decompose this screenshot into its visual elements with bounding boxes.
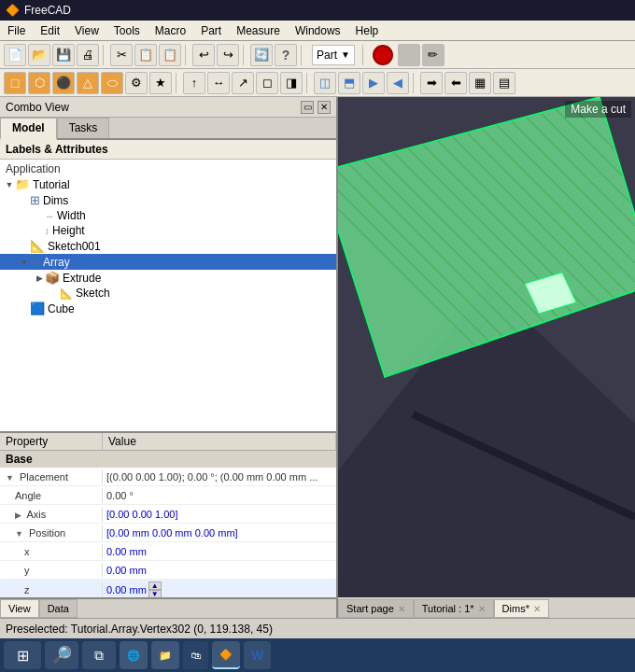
menu-part[interactable]: Part <box>193 22 229 39</box>
tree-item-width[interactable]: ↔ Width <box>0 208 336 223</box>
prop-row-x[interactable]: x 0.00 mm <box>0 542 336 561</box>
tab-tutorial[interactable]: Tutorial : 1* ✕ <box>414 599 494 618</box>
tb-new[interactable]: 📄 <box>4 44 26 66</box>
tab-model[interactable]: Model <box>0 118 57 140</box>
taskbar-browser[interactable]: 🌐 <box>120 641 148 669</box>
tree-item-tutorial[interactable]: ▼ 📁 Tutorial <box>0 176 336 192</box>
prop-row-placement[interactable]: ▼ Placement [(0.00 0.00 1.00); 0.00 °; (… <box>0 468 336 486</box>
tb-extrude[interactable]: ↑ <box>183 72 205 94</box>
tab-view[interactable]: View <box>0 599 39 618</box>
tb-sep-4 <box>301 45 304 65</box>
tutorial-close[interactable]: ✕ <box>478 604 486 614</box>
tab-data[interactable]: Data <box>39 599 78 618</box>
tb-undo[interactable]: ↩ <box>192 44 215 66</box>
start-page-close[interactable]: ✕ <box>398 604 405 614</box>
tb-boolean-union[interactable]: ◫ <box>314 72 336 94</box>
tb-boolean-cut[interactable]: ⬒ <box>338 72 360 94</box>
workbench-selector[interactable]: Part ▼ <box>312 45 355 65</box>
tree-item-array[interactable]: ▼ ⊞ Array <box>0 254 336 270</box>
tb-save[interactable]: 💾 <box>52 44 75 66</box>
tb-cut[interactable]: ✂ <box>110 44 133 66</box>
tab-start-page[interactable]: Start page ✕ <box>338 599 414 618</box>
array-icon: ⊞ <box>30 255 40 269</box>
stop-button[interactable] <box>373 45 393 65</box>
tb-wedge[interactable]: ★ <box>149 72 172 94</box>
taskbar-explorer[interactable]: 📁 <box>151 641 179 669</box>
taskbar-store[interactable]: 🛍 <box>183 641 208 669</box>
sketch001-arrow <box>19 241 30 252</box>
tb-boolean-intersect[interactable]: ▶ <box>362 72 385 94</box>
menu-windows[interactable]: Windows <box>288 22 348 39</box>
menu-view[interactable]: View <box>67 22 106 39</box>
tb-thickness[interactable]: ▤ <box>493 72 515 94</box>
tb-box[interactable]: □ <box>4 72 26 94</box>
z-spinner[interactable]: ▲ ▼ <box>148 581 162 597</box>
taskbar-task-view[interactable]: ⧉ <box>82 641 116 669</box>
sketch001-icon: 📐 <box>30 239 45 253</box>
tb-sep-6 <box>176 73 179 93</box>
prop-row-axis[interactable]: ▶ Axis [0.00 0.00 1.00] <box>0 505 336 524</box>
x-name: x <box>0 544 103 559</box>
tb-print[interactable]: 🖨 <box>77 44 99 66</box>
tb-refresh[interactable]: 🔄 <box>250 44 273 66</box>
tb-gray1[interactable] <box>398 44 420 66</box>
z-increment-btn[interactable]: ▲ <box>148 581 162 590</box>
menu-file[interactable]: File <box>0 22 33 39</box>
tutorial-arrow: ▼ <box>4 179 15 190</box>
array-arrow: ▼ <box>19 257 30 268</box>
tb-gray2[interactable]: ✏ <box>422 44 444 66</box>
prop-row-position[interactable]: ▼ Position [0.00 mm 0.00 mm 0.00 mm] <box>0 524 336 542</box>
tree-item-dims[interactable]: ⊞ Dims <box>0 192 336 208</box>
tb-cylinder[interactable]: ⬡ <box>28 72 50 94</box>
sketch-label: Sketch <box>76 287 110 300</box>
tb-sweep[interactable]: ➡ <box>420 72 443 94</box>
tb-redo[interactable]: ↪ <box>217 44 239 66</box>
extrude-icon: 📦 <box>45 271 60 285</box>
tree-item-height[interactable]: ↕ Height <box>0 223 336 238</box>
tab-dims[interactable]: Dims* ✕ <box>494 599 549 618</box>
tb-loft[interactable]: ⬅ <box>444 72 467 94</box>
tb-revolve[interactable]: ↔ <box>207 72 230 94</box>
combo-close-btn[interactable]: ✕ <box>318 101 331 114</box>
3d-viewport[interactable]: Make a cut Start page ✕ Tutorial : 1* ✕ … <box>338 97 635 618</box>
menu-tools[interactable]: Tools <box>106 22 148 39</box>
tree-item-extrude[interactable]: ▶ 📦 Extrude <box>0 270 336 286</box>
tb-mirror[interactable]: ↗ <box>232 72 254 94</box>
taskbar-search[interactable]: 🔎 <box>45 641 78 669</box>
menu-macro[interactable]: Macro <box>148 22 193 39</box>
taskbar-word[interactable]: W <box>244 641 271 669</box>
z-decrement-btn[interactable]: ▼ <box>148 590 162 597</box>
tb-cone[interactable]: △ <box>77 72 99 94</box>
combo-restore-btn[interactable]: ▭ <box>301 101 314 114</box>
tutorial-icon: 📁 <box>15 177 30 191</box>
tree-item-cube[interactable]: 🟦 Cube <box>0 301 336 316</box>
tree-item-sketch[interactable]: 📐 Sketch <box>0 286 336 301</box>
start-button[interactable]: ⊞ <box>4 641 41 669</box>
dims-close[interactable]: ✕ <box>533 604 541 614</box>
tb-help[interactable]: ? <box>275 44 297 66</box>
menu-help[interactable]: Help <box>348 22 387 39</box>
tb-section[interactable]: ◀ <box>387 72 409 94</box>
menu-edit[interactable]: Edit <box>33 22 67 39</box>
taskbar-freecad[interactable]: 🔶 <box>212 641 240 669</box>
tb-open[interactable]: 📂 <box>28 44 50 66</box>
prop-row-y[interactable]: y 0.00 mm <box>0 561 336 580</box>
axis-name: ▶ Axis <box>0 507 103 522</box>
tb-fillet[interactable]: ◨ <box>280 72 303 94</box>
tb-sphere[interactable]: ⚫ <box>52 72 75 94</box>
value-col-header: Value <box>103 433 336 450</box>
tree-item-sketch001[interactable]: 📐 Sketch001 <box>0 238 336 254</box>
tb-paste[interactable]: 📋 <box>159 44 181 66</box>
tb-tube[interactable]: ⚙ <box>125 72 148 94</box>
toolbar-row-2: □ ⬡ ⚫ △ ⬭ ⚙ ★ ↑ ↔ ↗ ◻ ◨ ◫ ⬒ ▶ ◀ ➡ ⬅ ▦ ▤ <box>0 69 635 97</box>
tb-offset[interactable]: ▦ <box>469 72 491 94</box>
y-name: y <box>0 563 103 578</box>
tb-chamfer[interactable]: ◻ <box>256 72 278 94</box>
tab-tasks[interactable]: Tasks <box>57 118 110 138</box>
menu-measure[interactable]: Measure <box>229 22 288 39</box>
tb-copy[interactable]: 📋 <box>134 44 157 66</box>
tb-torus[interactable]: ⬭ <box>101 72 123 94</box>
prop-row-z[interactable]: z 0.00 mm ▲ ▼ <box>0 580 336 597</box>
placement-arrow: ▼ <box>6 473 14 483</box>
prop-row-angle[interactable]: Angle 0.00 ° <box>0 486 336 505</box>
